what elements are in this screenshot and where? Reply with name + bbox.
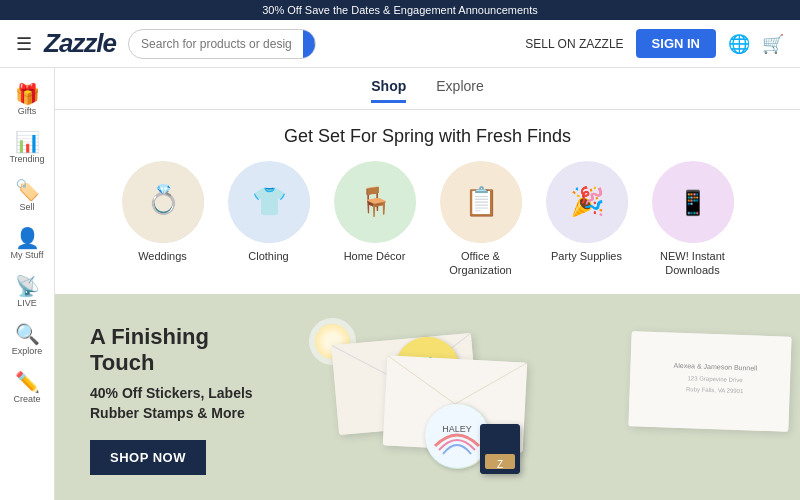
category-circle-clothing: 👕: [228, 161, 310, 243]
announcement-text: 30% Off Save the Dates & Engagement Anno…: [262, 4, 538, 16]
sidebar-label-create: Create: [13, 394, 40, 404]
hamburger-icon[interactable]: ☰: [16, 33, 32, 55]
envelope-3: Alexea & Jameson Bunnell 123 Grapevine D…: [628, 331, 791, 432]
globe-icon[interactable]: 🌐: [728, 33, 750, 55]
sidebar: 🎁 Gifts 📊 Trending 🏷️ Sell 👤 My Stuff 📡 …: [0, 68, 55, 500]
trending-icon: 📊: [15, 132, 40, 152]
svg-text:HALEY: HALEY: [442, 424, 472, 434]
sidebar-item-gifts[interactable]: 🎁 Gifts: [2, 78, 52, 122]
main-content: Shop Explore Get Set For Spring with Fre…: [55, 68, 800, 500]
category-party[interactable]: 🎉 Party Supplies: [542, 161, 632, 278]
svg-text:🎉: 🎉: [569, 185, 604, 218]
header: ☰ Zazzle 🔍 SELL ON ZAZZLE SIGN IN 🌐 🛒: [0, 20, 800, 68]
category-circle-party: 🎉: [546, 161, 628, 243]
search-input[interactable]: [129, 31, 303, 57]
sell-icon: 🏷️: [15, 180, 40, 200]
svg-text:📋: 📋: [463, 185, 498, 218]
mystuff-icon: 👤: [15, 228, 40, 248]
create-icon: ✏️: [15, 372, 40, 392]
category-office[interactable]: 📋 Office & Organization: [436, 161, 526, 278]
sidebar-label-live: LIVE: [17, 298, 37, 308]
svg-text:Z: Z: [497, 459, 503, 470]
logo[interactable]: Zazzle: [44, 28, 116, 59]
sidebar-item-explore[interactable]: 🔍 Explore: [2, 318, 52, 362]
sidebar-label-explore: Explore: [12, 346, 43, 356]
sidebar-label-sell: Sell: [19, 202, 34, 212]
gift-icon: 🎁: [15, 84, 40, 104]
category-clothing[interactable]: 👕 Clothing: [224, 161, 314, 278]
category-label-homedecor: Home Décor: [344, 249, 406, 263]
category-label-downloads: NEW! Instant Downloads: [648, 249, 738, 278]
svg-text:💍: 💍: [145, 183, 180, 216]
svg-text:🪑: 🪑: [357, 185, 392, 218]
promo-title: A Finishing Touch: [90, 324, 265, 377]
explore-icon: 🔍: [15, 324, 40, 344]
sidebar-item-trending[interactable]: 📊 Trending: [2, 126, 52, 170]
promo-subtitle: 40% Off Stickers, LabelsRubber Stamps & …: [90, 384, 265, 423]
category-label-office: Office & Organization: [436, 249, 526, 278]
promo-image-area: 🍍 HALEY: [295, 309, 800, 489]
svg-text:📱: 📱: [678, 188, 708, 217]
sidebar-label-mystuff: My Stuff: [11, 250, 44, 260]
sidebar-label-trending: Trending: [9, 154, 44, 164]
shop-now-button[interactable]: SHOP NOW: [90, 440, 206, 475]
announcement-bar: 30% Off Save the Dates & Engagement Anno…: [0, 0, 800, 20]
spring-section: Get Set For Spring with Fresh Finds 💍 We…: [55, 110, 800, 294]
promo-text-area: A Finishing Touch 40% Off Stickers, Labe…: [55, 294, 295, 500]
tab-explore[interactable]: Explore: [436, 78, 483, 103]
cart-icon[interactable]: 🛒: [762, 33, 784, 55]
category-circle-office: 📋: [440, 161, 522, 243]
categories-grid: 💍 Weddings 👕 Clothing: [75, 161, 780, 278]
sidebar-item-mystuff[interactable]: 👤 My Stuff: [2, 222, 52, 266]
category-downloads[interactable]: 📱 NEW! Instant Downloads: [648, 161, 738, 278]
search-button[interactable]: 🔍: [303, 30, 316, 58]
spring-title: Get Set For Spring with Fresh Finds: [75, 126, 780, 147]
category-circle-homedecor: 🪑: [334, 161, 416, 243]
rubber-stamp: Z: [480, 424, 520, 474]
sign-in-button[interactable]: SIGN IN: [636, 29, 716, 58]
promo-banner: A Finishing Touch 40% Off Stickers, Labe…: [55, 294, 800, 500]
sell-on-zazzle-link[interactable]: SELL ON ZAZZLE: [525, 37, 623, 51]
category-circle-downloads: 📱: [652, 161, 734, 243]
main-layout: 🎁 Gifts 📊 Trending 🏷️ Sell 👤 My Stuff 📡 …: [0, 68, 800, 500]
category-circle-weddings: 💍: [122, 161, 204, 243]
category-label-party: Party Supplies: [551, 249, 622, 263]
category-weddings[interactable]: 💍 Weddings: [118, 161, 208, 278]
search-container: 🔍: [128, 29, 316, 59]
sidebar-item-live[interactable]: 📡 LIVE: [2, 270, 52, 314]
tab-shop[interactable]: Shop: [371, 78, 406, 103]
sidebar-item-sell[interactable]: 🏷️ Sell: [2, 174, 52, 218]
tabs-container: Shop Explore: [55, 68, 800, 110]
svg-text:👕: 👕: [251, 185, 286, 218]
sidebar-label-gifts: Gifts: [18, 106, 37, 116]
category-label-clothing: Clothing: [248, 249, 288, 263]
category-label-weddings: Weddings: [138, 249, 187, 263]
sidebar-item-create[interactable]: ✏️ Create: [2, 366, 52, 410]
category-homedecor[interactable]: 🪑 Home Décor: [330, 161, 420, 278]
live-icon: 📡: [15, 276, 40, 296]
